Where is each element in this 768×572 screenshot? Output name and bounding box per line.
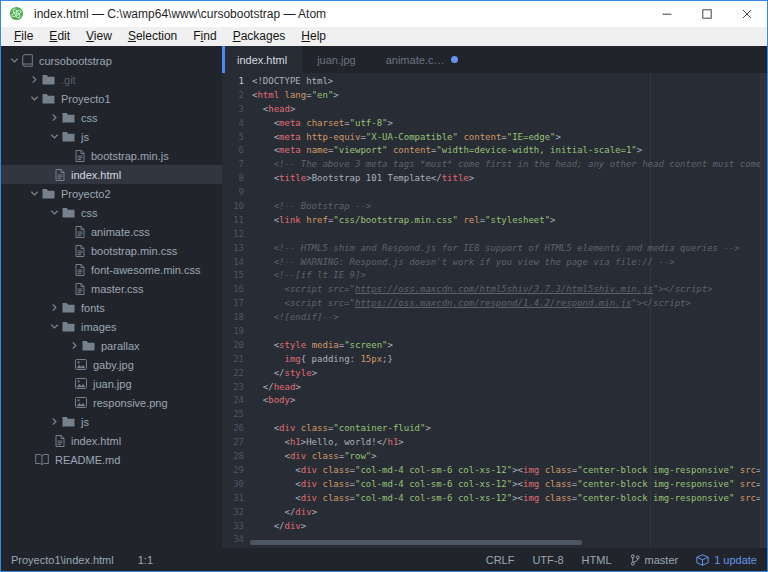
menu-help[interactable]: Help [293,27,334,46]
line-number[interactable]: 29 [222,464,252,478]
line-number[interactable]: 10 [222,200,252,214]
tree-item-fonts[interactable]: fonts [1,298,222,317]
chevron-right-icon[interactable] [67,341,82,350]
tree-item-bootstrap-min-js[interactable]: bootstrap.min.js [1,146,222,165]
line-number[interactable]: 7 [222,158,252,172]
line-number[interactable]: 15 [222,269,252,283]
line-number[interactable]: 25 [222,408,252,422]
line-number[interactable]: 13 [222,242,252,256]
menu-packages[interactable]: Packages [225,27,294,46]
window-controls [647,1,767,27]
status-crlf[interactable]: CRLF [486,554,515,566]
line-number[interactable]: 22 [222,367,252,381]
status-master[interactable]: master [630,554,679,566]
tree-scrollbar [222,46,225,73]
line-number[interactable]: 24 [222,394,252,408]
close-button[interactable] [727,1,767,27]
tree-item-readme-md[interactable]: README.md [1,450,222,469]
chevron-down-icon[interactable] [47,322,62,331]
chevron-down-icon[interactable] [7,56,22,65]
tree-item-parallax[interactable]: parallax [1,336,222,355]
vertical-scrollbar[interactable] [760,73,767,548]
line-number[interactable]: 6 [222,144,252,158]
line-number[interactable]: 31 [222,492,252,506]
line-number[interactable]: 18 [222,311,252,325]
menu-edit[interactable]: Edit [41,27,78,46]
tree-item-proyecto2[interactable]: Proyecto2 [1,184,222,203]
line-number[interactable]: 30 [222,478,252,492]
tree-item-css[interactable]: css [1,203,222,222]
tab-animate-c-[interactable]: animate.c… [371,46,474,73]
menu-view[interactable]: View [78,27,120,46]
chevron-right-icon[interactable] [47,113,62,122]
line-number[interactable]: 20 [222,339,252,353]
line-number[interactable]: 17 [222,297,252,311]
line-number[interactable]: 34 [222,533,252,547]
tree-item-js[interactable]: js [1,127,222,146]
tree-item-label: Proyecto1 [61,93,111,105]
tree-item-master-css[interactable]: master.css [1,279,222,298]
code-editor[interactable]: 1<!DOCTYPE html>2<html lang="en">3 <head… [222,73,767,548]
tab-label: index.html [237,54,287,66]
status-html[interactable]: HTML [582,554,612,566]
tree-item-animate-css[interactable]: animate.css [1,222,222,241]
menu-find[interactable]: Find [185,27,224,46]
chevron-down-icon[interactable] [27,189,42,198]
cursor-position[interactable]: 1:1 [138,554,153,566]
line-number[interactable]: 16 [222,283,252,297]
line-number[interactable]: 11 [222,214,252,228]
tree-item--git[interactable]: .git [1,70,222,89]
code-text: <h1>Hello, world!</h1> [252,436,767,450]
tree-item-gaby-jpg[interactable]: gaby.jpg [1,355,222,374]
horizontal-scrollbar[interactable] [250,540,582,545]
tree-item-images[interactable]: images [1,317,222,336]
line-number[interactable]: 23 [222,381,252,395]
line-number[interactable]: 12 [222,228,252,242]
line-number[interactable]: 19 [222,325,252,339]
tree-item-juan-jpg[interactable]: juan.jpg [1,374,222,393]
menu-selection[interactable]: Selection [120,27,185,46]
line-number[interactable]: 21 [222,353,252,367]
tab-index-html[interactable]: index.html [222,46,302,73]
tree-item-label: bootstrap.min.css [91,245,177,257]
maximize-button[interactable] [687,1,727,27]
tree-item-index-html[interactable]: index.html [1,165,222,184]
line-number[interactable]: 27 [222,436,252,450]
line-number[interactable]: 28 [222,450,252,464]
tree-item-index-html[interactable]: index.html [1,431,222,450]
status-1-update[interactable]: 1 update [696,554,757,566]
tree-item-responsive-png[interactable]: responsive.png [1,393,222,412]
chevron-down-icon[interactable] [47,132,62,141]
tree-item-css[interactable]: css [1,108,222,127]
chevron-down-icon[interactable] [47,208,62,217]
tree-item-font-awesome-min-css[interactable]: font-awesome.min.css [1,260,222,279]
tab-juan-jpg[interactable]: juan.jpg [302,46,371,73]
tree-item-js[interactable]: js [1,412,222,431]
chevron-right-icon[interactable] [27,75,42,84]
tree-item-cursobootstrap[interactable]: cursobootstrap [1,51,222,70]
line-number[interactable]: 14 [222,256,252,270]
tree-item-label: README.md [55,454,120,466]
line-number[interactable]: 2 [222,89,252,103]
line-number[interactable]: 5 [222,131,252,145]
chevron-down-icon[interactable] [27,94,42,103]
line-number[interactable]: 33 [222,520,252,534]
chevron-right-icon[interactable] [47,417,62,426]
line-number[interactable]: 3 [222,103,252,117]
chevron-right-icon[interactable] [47,303,62,312]
code-text: <div class="container-fluid"> [252,422,767,436]
line-number[interactable]: 4 [222,117,252,131]
line-number[interactable]: 26 [222,422,252,436]
menu-file[interactable]: File [6,27,41,46]
line-number[interactable]: 9 [222,186,252,200]
status-utf-8[interactable]: UTF-8 [532,554,563,566]
line-number[interactable]: 1 [222,75,252,89]
folder-icon [62,416,75,427]
code-line: 1<!DOCTYPE html> [222,75,767,89]
line-number[interactable]: 32 [222,506,252,520]
tree-item-bootstrap-min-css[interactable]: bootstrap.min.css [1,241,222,260]
minimize-button[interactable] [647,1,687,27]
line-number[interactable]: 8 [222,172,252,186]
tree-item-proyecto1[interactable]: Proyecto1 [1,89,222,108]
code-text: <meta name="viewport" content="width=dev… [252,144,767,158]
